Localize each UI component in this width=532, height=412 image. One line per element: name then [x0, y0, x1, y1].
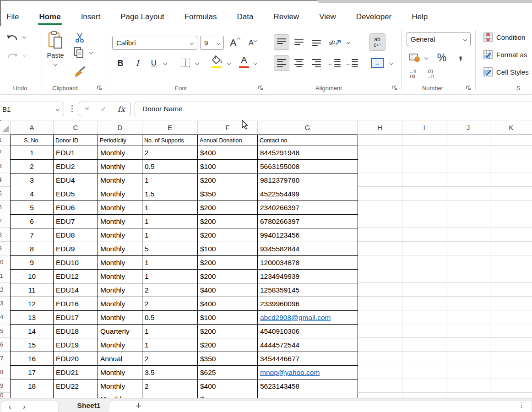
- accounting-format-button[interactable]: [407, 51, 422, 64]
- cell-supports[interactable]: 1: [142, 338, 198, 352]
- header-cell-2[interactable]: Periodicity: [98, 135, 142, 146]
- row-header-16[interactable]: 16: [0, 338, 10, 352]
- empty-cells-area[interactable]: [357, 135, 532, 398]
- cancel-icon[interactable]: ×: [85, 104, 89, 114]
- insert-function-icon[interactable]: fx: [118, 104, 125, 114]
- previous-sheet-button[interactable]: ‹: [9, 403, 11, 411]
- menu-tab-page-layout[interactable]: Page Layout: [119, 11, 165, 25]
- cell-s-no[interactable]: 13: [11, 311, 54, 325]
- cut-button[interactable]: [73, 32, 87, 43]
- merge-center-button[interactable]: ↔: [369, 56, 385, 70]
- cell-s-no[interactable]: 17: [11, 366, 54, 379]
- row-header-19[interactable]: 19: [0, 379, 10, 393]
- cell-contact[interactable]: 4444572544: [258, 338, 358, 352]
- cell-periodicity[interactable]: Monthly: [98, 283, 142, 297]
- row-header-4[interactable]: 4: [0, 173, 10, 187]
- cell-donor-id[interactable]: EDU20: [54, 352, 98, 366]
- cell-donation[interactable]: $200: [198, 173, 258, 187]
- header-cell-3[interactable]: No. of Supports: [142, 135, 198, 146]
- cell-supports[interactable]: 2: [142, 379, 198, 393]
- clipboard-dialog-launcher-icon[interactable]: [97, 85, 102, 91]
- cell-donor-id[interactable]: EDU6: [54, 201, 98, 215]
- cell-contact[interactable]: 4522554499: [258, 187, 358, 201]
- cell-contact[interactable]: 1258359145: [258, 283, 358, 297]
- cell-periodicity[interactable]: Monthly: [98, 297, 142, 311]
- menu-tab-insert[interactable]: Insert: [80, 11, 102, 25]
- cell-supports[interactable]: 2: [142, 146, 198, 160]
- underline-button[interactable]: U: [148, 56, 159, 70]
- row-header-1[interactable]: 1: [0, 135, 10, 146]
- font-size-combobox[interactable]: 9: [200, 36, 224, 50]
- row-header-5[interactable]: 5: [0, 187, 10, 201]
- cell-supports[interactable]: 1.5: [142, 187, 198, 201]
- row-header-2[interactable]: 2: [0, 146, 10, 159]
- cell-supports[interactable]: 2: [142, 352, 198, 366]
- tab-bar-more-icon[interactable]: ⋮: [518, 401, 525, 409]
- row-header-14[interactable]: 14: [0, 310, 10, 324]
- column-header-C[interactable]: C: [53, 121, 98, 134]
- italic-button[interactable]: I: [132, 56, 143, 70]
- add-sheet-button[interactable]: +: [136, 400, 141, 412]
- middle-align-button[interactable]: [291, 34, 307, 50]
- cell-s-no[interactable]: 7: [11, 228, 54, 242]
- column-header-A[interactable]: A: [10, 121, 53, 134]
- row-header-8[interactable]: 8: [0, 228, 10, 242]
- accounting-chevron-icon[interactable]: [424, 56, 428, 60]
- cell-donor-id[interactable]: EDU9: [54, 242, 98, 256]
- orientation-button[interactable]: ab: [326, 34, 344, 50]
- cell-donation[interactable]: $200: [198, 338, 258, 352]
- cell-supports[interactable]: 1: [142, 256, 198, 270]
- header-cell-1[interactable]: Donor ID: [54, 135, 98, 146]
- sheet-tab-sheet1[interactable]: Sheet1: [70, 401, 108, 410]
- row-header-9[interactable]: 9: [0, 242, 10, 255]
- cell-supports[interactable]: 2: [142, 283, 198, 297]
- cell-donation[interactable]: $200: [198, 256, 258, 270]
- cell-supports[interactable]: 1: [142, 173, 198, 187]
- cell-donor-id[interactable]: EDU8: [54, 228, 98, 242]
- cell-s-no[interactable]: 5: [11, 201, 54, 215]
- percent-style-button[interactable]: %: [434, 50, 450, 65]
- column-header-J[interactable]: J: [446, 121, 490, 134]
- cell-s-no[interactable]: 8: [11, 242, 54, 256]
- borders-button[interactable]: [179, 57, 191, 68]
- column-header-G[interactable]: G: [257, 121, 357, 134]
- header-cell-5[interactable]: Contact no.: [258, 135, 358, 146]
- cell-periodicity[interactable]: Monthly: [98, 160, 142, 173]
- row-header-7[interactable]: 7: [0, 214, 10, 228]
- cell-periodicity[interactable]: Annual: [98, 352, 142, 366]
- undo-button[interactable]: [5, 31, 19, 44]
- row-header-10[interactable]: 10: [0, 255, 10, 269]
- paste-dropdown-chevron-icon[interactable]: [54, 62, 57, 66]
- decrease-decimal-button[interactable]: .00 →0: [427, 69, 434, 79]
- cell-s-no[interactable]: 9: [11, 256, 54, 270]
- cell-donation[interactable]: $400: [198, 146, 258, 160]
- cell-donation[interactable]: $350: [198, 187, 258, 201]
- cell-contact[interactable]: 1234949939: [258, 270, 358, 283]
- cell-supports[interactable]: 1: [142, 201, 198, 215]
- cell-donation[interactable]: $200: [198, 325, 258, 338]
- font-name-combobox[interactable]: Calibri: [112, 36, 197, 50]
- cell-contact[interactable]: 9940123456: [258, 228, 358, 242]
- cell-s-no[interactable]: 4: [11, 187, 54, 201]
- cell-donation[interactable]: $400: [198, 283, 258, 297]
- cell-supports[interactable]: 5: [142, 242, 198, 256]
- next-sheet-button[interactable]: ›: [23, 403, 25, 411]
- undo-dropdown-chevron-icon[interactable]: [22, 35, 26, 38]
- fill-color-button[interactable]: [211, 54, 223, 65]
- comma-style-button[interactable]: ,: [454, 46, 467, 62]
- cell-periodicity[interactable]: Quarterly: [98, 325, 142, 338]
- enter-icon[interactable]: ✓: [100, 105, 106, 114]
- cell-periodicity[interactable]: Monthly: [98, 173, 142, 187]
- cell-periodicity[interactable]: Monthly: [98, 311, 142, 325]
- paste-button[interactable]: [45, 30, 66, 51]
- row-header-6[interactable]: 6: [0, 201, 10, 214]
- cell-contact[interactable]: abcd2908@gmail.com: [258, 311, 358, 325]
- cell-donation[interactable]: $400: [198, 379, 258, 393]
- menu-tab-view[interactable]: View: [318, 11, 337, 25]
- decrease-indent-button[interactable]: ←: [326, 55, 342, 71]
- cell-periodicity[interactable]: Monthly: [98, 187, 142, 201]
- align-center-button[interactable]: [291, 55, 307, 71]
- cell-s-no[interactable]: 18: [11, 379, 54, 393]
- row-header-17[interactable]: 17: [0, 352, 10, 365]
- menu-tab-review[interactable]: Review: [272, 11, 300, 25]
